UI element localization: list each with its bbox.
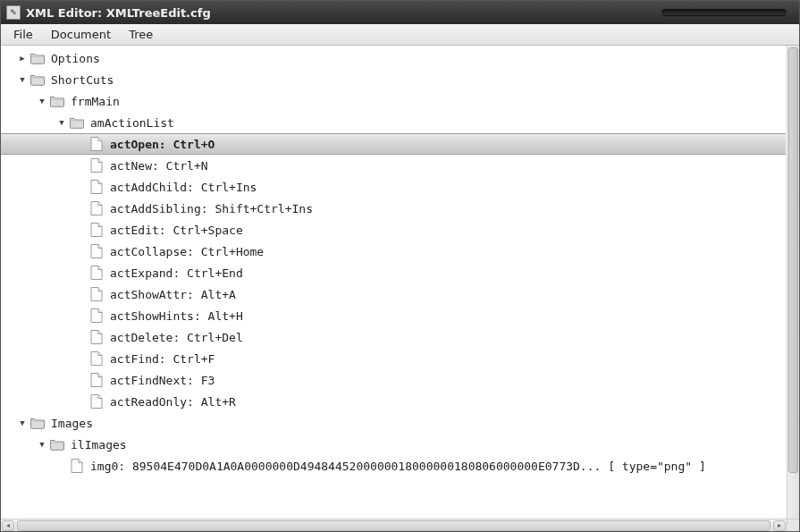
folder-icon — [49, 436, 65, 452]
tree-row[interactable]: ▼ ilImages — [1, 434, 786, 455]
tree-indent — [1, 294, 76, 295]
horizontal-scrollbar[interactable]: ◂ ▸ — [1, 519, 787, 531]
folder-icon — [29, 50, 46, 66]
tree-indent — [1, 187, 76, 188]
tree-row[interactable]: ▼ Images — [1, 412, 786, 434]
tree-row-label: actNew: Ctrl+N — [110, 159, 208, 173]
tree-indent — [1, 359, 76, 359]
menu-file[interactable]: File — [4, 25, 42, 44]
tree-indent — [1, 401, 76, 402]
tree-row-label: Images — [51, 417, 93, 430]
vertical-scrollbar[interactable] — [787, 46, 799, 519]
file-icon — [88, 329, 105, 345]
tree-row-label: Options — [51, 52, 100, 65]
tree-row-label: actAddChild: Ctrl+Ins — [110, 181, 257, 194]
tree-row[interactable]: actDelete: Ctrl+Del — [1, 326, 786, 348]
tree-row-label: ilImages — [71, 438, 127, 452]
tree-row-label: actCollapse: Ctrl+Home — [110, 245, 264, 258]
tree-row-label: actShowHints: Alt+H — [110, 309, 243, 323]
tree-row[interactable]: ▼ ShortCuts — [1, 69, 786, 90]
file-icon — [88, 372, 105, 388]
file-icon — [88, 200, 105, 216]
tree-row-label: actShowAttr: Alt+A — [110, 288, 236, 301]
tree-row[interactable]: actAddChild: Ctrl+Ins — [1, 176, 786, 198]
folder-icon — [29, 72, 46, 88]
tree-indent — [1, 423, 17, 424]
tree-indent — [1, 273, 76, 274]
file-icon — [88, 179, 105, 195]
tree-row[interactable]: ▼ amActionList — [1, 112, 786, 133]
collapse-toggle-icon[interactable]: ▼ — [37, 96, 47, 106]
tree-indent — [1, 444, 37, 445]
file-icon — [88, 157, 105, 173]
file-icon — [88, 286, 105, 302]
folder-icon — [49, 93, 65, 109]
tree-area: ▶ Options▼ ShortCuts▼ frmMain▼ amActionL… — [1, 46, 799, 531]
app-window: ✎ XML Editor: XMLTreeEdit.cfg File Docum… — [0, 0, 800, 532]
tree-row[interactable]: actExpand: Ctrl+End — [1, 262, 786, 283]
tree-indent — [1, 337, 76, 338]
tree-indent — [1, 122, 56, 123]
titlebar[interactable]: ✎ XML Editor: XMLTreeEdit.cfg — [1, 1, 799, 24]
tree-row[interactable]: actNew: Ctrl+N — [1, 155, 786, 176]
tree-row[interactable]: actReadOnly: Alt+R — [1, 391, 786, 412]
file-icon — [88, 136, 105, 152]
window-title: XML Editor: XMLTreeEdit.cfg — [26, 6, 211, 20]
tree-row[interactable]: actAddSibling: Shift+Ctrl+Ins — [1, 198, 786, 219]
tree-indent — [1, 466, 56, 467]
tree-indent — [1, 80, 17, 80]
file-icon — [88, 308, 105, 324]
menu-document[interactable]: Document — [42, 25, 120, 44]
tree-row[interactable]: actCollapse: Ctrl+Home — [1, 241, 786, 262]
hscroll-right-button[interactable]: ▸ — [773, 520, 786, 531]
tree-row[interactable]: actEdit: Ctrl+Space — [1, 219, 786, 241]
file-icon — [88, 350, 105, 367]
hscroll-track[interactable] — [17, 520, 771, 531]
tree-row[interactable]: actShowHints: Alt+H — [1, 305, 786, 326]
tree-scroll[interactable]: ▶ Options▼ ShortCuts▼ frmMain▼ amActionL… — [1, 46, 786, 519]
tree-row-label: frmMain — [71, 95, 120, 108]
tree-row[interactable]: actShowAttr: Alt+A — [1, 283, 786, 305]
file-icon — [88, 265, 105, 281]
tree-indent — [1, 316, 76, 317]
collapse-toggle-icon[interactable]: ▼ — [56, 117, 67, 128]
tree-row-label: actFindNext: F3 — [110, 374, 215, 387]
collapse-toggle-icon[interactable]: ▼ — [37, 439, 47, 450]
file-icon — [88, 243, 105, 259]
titlebar-slider[interactable] — [661, 9, 787, 16]
tree-row[interactable]: actOpen: Ctrl+O — [1, 133, 786, 155]
tree-row-label: img0: 89504E470D0A1A0A0000000D4948445200… — [90, 460, 706, 473]
tree-row[interactable]: ▶ Options — [1, 47, 786, 69]
hscroll-thumb[interactable] — [17, 520, 771, 531]
tree-row-label: ShortCuts — [51, 73, 114, 87]
tree-row-label: actExpand: Ctrl+End — [110, 266, 243, 280]
tree-indent — [1, 101, 37, 102]
menubar: File Document Tree — [1, 24, 799, 46]
file-icon — [88, 222, 105, 238]
tree-indent — [1, 230, 76, 231]
tree: ▶ Options▼ ShortCuts▼ frmMain▼ amActionL… — [1, 46, 786, 477]
tree-indent — [1, 58, 17, 59]
file-icon — [88, 393, 105, 410]
expand-toggle-icon[interactable]: ▶ — [17, 53, 28, 63]
file-icon — [69, 458, 85, 474]
vertical-scrollbar-thumb[interactable] — [788, 47, 798, 473]
tree-row[interactable]: actFindNext: F3 — [1, 369, 786, 391]
tree-row[interactable]: ▼ frmMain — [1, 90, 786, 112]
tree-indent — [1, 144, 76, 145]
collapse-toggle-icon[interactable]: ▼ — [17, 74, 28, 85]
tree-indent — [1, 251, 76, 252]
collapse-toggle-icon[interactable]: ▼ — [17, 418, 28, 428]
tree-row-label: actOpen: Ctrl+O — [110, 138, 215, 151]
scrollbar-corner — [787, 519, 799, 531]
tree-indent — [1, 380, 76, 381]
tree-indent — [1, 208, 76, 209]
tree-row[interactable]: img0: 89504E470D0A1A0A0000000D4948445200… — [1, 455, 786, 477]
hscroll-left-button[interactable]: ◂ — [2, 520, 14, 531]
tree-row-label: actFind: Ctrl+F — [110, 352, 215, 366]
app-icon: ✎ — [6, 5, 21, 20]
folder-icon — [29, 415, 46, 431]
folder-icon — [69, 114, 85, 131]
menu-tree[interactable]: Tree — [120, 25, 162, 44]
tree-row[interactable]: actFind: Ctrl+F — [1, 348, 786, 369]
